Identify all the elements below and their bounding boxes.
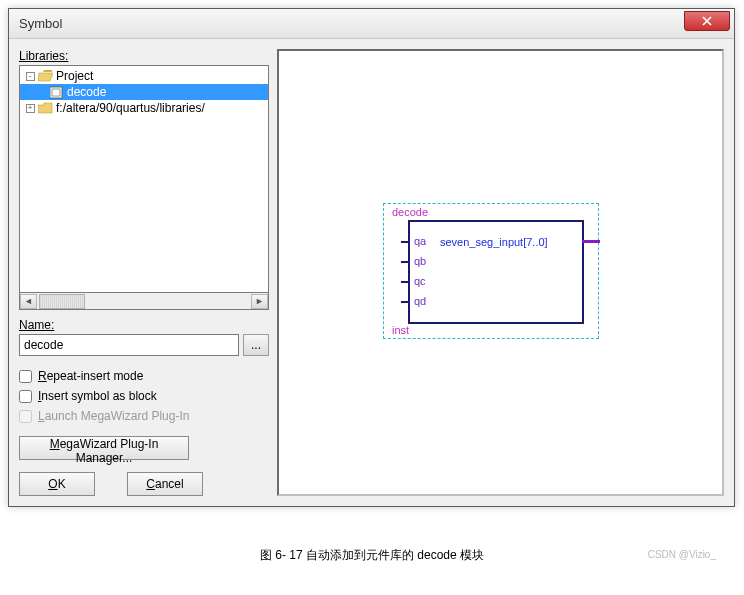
content-area: Libraries: - Project decode + f:/altera/… [9, 39, 734, 506]
checkbox-input [19, 410, 32, 423]
output-label: seven_seg_input[7..0] [440, 236, 548, 248]
port-wire [401, 241, 410, 243]
port-label-qc: qc [414, 275, 426, 287]
tree-label: f:/altera/90/quartus/libraries/ [56, 101, 205, 115]
megawizard-button[interactable]: MegaWizard Plug-In Manager... [19, 436, 189, 460]
output-wire [582, 240, 600, 243]
scroll-track[interactable] [37, 294, 251, 309]
tree-label: Project [56, 69, 93, 83]
expander-icon[interactable]: - [24, 70, 36, 82]
tree-row-libpath[interactable]: + f:/altera/90/quartus/libraries/ [20, 100, 268, 116]
name-label: Name: [19, 318, 269, 332]
symbol-bounding: decode inst qa qb qc qd seven_seg_input[… [383, 203, 599, 339]
port-label-qd: qd [414, 295, 426, 307]
symbol-file-icon [50, 86, 64, 99]
titlebar[interactable]: Symbol [9, 9, 734, 39]
port-label-qa: qa [414, 235, 426, 247]
scroll-left-button[interactable]: ◄ [20, 294, 37, 309]
launch-megawizard-checkbox: Launch MegaWizard Plug-In [19, 406, 269, 426]
scroll-thumb[interactable] [39, 294, 85, 309]
symbol-name-label: decode [392, 206, 428, 218]
name-input[interactable] [19, 334, 239, 356]
libraries-tree[interactable]: - Project decode + f:/altera/90/quartus/… [19, 65, 269, 293]
symbol-instance-label: inst [392, 324, 409, 336]
expander-icon[interactable]: + [24, 102, 36, 114]
symbol-preview-canvas[interactable]: decode inst qa qb qc qd seven_seg_input[… [277, 49, 724, 496]
left-panel: Libraries: - Project decode + f:/altera/… [19, 49, 269, 496]
close-icon [702, 16, 712, 26]
port-wire [401, 281, 410, 283]
checkbox-input[interactable] [19, 370, 32, 383]
watermark: CSDN @Vizio_ [648, 549, 716, 560]
cancel-button[interactable]: Cancel [127, 472, 203, 496]
dialog-buttons: OK Cancel [19, 472, 269, 496]
port-label-qb: qb [414, 255, 426, 267]
folder-icon [38, 102, 53, 114]
scroll-right-button[interactable]: ► [251, 294, 268, 309]
options-group: Repeat-insert mode Insert symbol as bloc… [19, 366, 269, 426]
window-title: Symbol [19, 16, 62, 31]
libraries-label: Libraries: [19, 49, 269, 63]
tree-row-decode[interactable]: decode [20, 84, 268, 100]
checkbox-input[interactable] [19, 390, 32, 403]
tree-row-project[interactable]: - Project [20, 68, 268, 84]
repeat-insert-checkbox[interactable]: Repeat-insert mode [19, 366, 269, 386]
insert-as-block-checkbox[interactable]: Insert symbol as block [19, 386, 269, 406]
folder-open-icon [38, 70, 53, 82]
figure-caption: 图 6- 17 自动添加到元件库的 decode 模块 CSDN @Vizio_ [8, 547, 736, 564]
port-wire [401, 301, 410, 303]
browse-button[interactable]: ... [243, 334, 269, 356]
close-button[interactable] [684, 11, 730, 31]
tree-hscrollbar[interactable]: ◄ ► [19, 293, 269, 310]
dialog-window: Symbol Libraries: - Project decode + [8, 8, 735, 507]
port-wire [401, 261, 410, 263]
tree-label: decode [67, 85, 106, 99]
symbol-body: qa qb qc qd seven_seg_input[7..0] [408, 220, 584, 324]
ok-button[interactable]: OK [19, 472, 95, 496]
